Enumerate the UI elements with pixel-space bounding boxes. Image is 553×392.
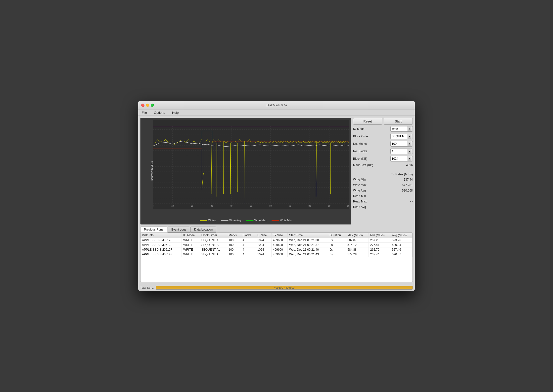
read-avg-label: Read Avg	[353, 205, 366, 209]
table-row: APPLE SSD SM0512FWRITESEQUENTIAL10041024…	[140, 243, 413, 247]
block-kb-row: Block (KB) 1024 ▼	[353, 156, 413, 161]
main-content: Bandwidth MB/s	[138, 116, 415, 227]
no-blocks-row: No. Blocks 4 ▼	[353, 149, 413, 154]
tabs: Previous Runs Event Logs Data Location	[140, 227, 413, 233]
svg-text:60: 60	[269, 205, 272, 207]
io-mode-arrow[interactable]: ▼	[408, 126, 412, 131]
col-min-mbs: Min (MB/s)	[369, 233, 390, 238]
read-max-value: - -	[410, 200, 413, 203]
write-min-row: Write Min 237.44	[353, 178, 413, 182]
svg-text:0: 0	[153, 205, 154, 207]
title-bar: jDiskMark 0.4e	[138, 101, 415, 110]
progress-label: Total Tx (...	[140, 286, 154, 289]
table-row: APPLE SSD SM0512FWRITESEQUENTIAL10041024…	[140, 238, 413, 243]
write-max-label: Write Max	[353, 183, 367, 187]
table-header-row: Disk Info IO Mode Block Order Marks Bloc…	[140, 233, 413, 238]
col-io-mode: IO Mode	[182, 233, 200, 238]
write-max-row: Write Max 577.281	[353, 183, 413, 187]
results-table: Disk Info IO Mode Block Order Marks Bloc…	[140, 233, 413, 257]
right-panel: Reset Start IO Mode write ▼ Block Order …	[353, 118, 413, 225]
block-order-select[interactable]: SEQUEN... ▼	[390, 134, 413, 139]
write-avg-label: Write Avg	[353, 189, 366, 192]
reset-button[interactable]: Reset	[353, 118, 382, 125]
write-avg-value: 520.568	[402, 189, 413, 192]
read-max-label: Read Max	[353, 200, 367, 203]
legend-writes: Writes	[200, 219, 216, 222]
svg-text:70: 70	[289, 205, 291, 207]
no-marks-arrow[interactable]: ▼	[408, 141, 412, 146]
window-title: jDiskMark 0.4e	[266, 103, 287, 107]
close-button[interactable]	[141, 104, 144, 107]
col-start-time: Start Time	[287, 233, 328, 238]
svg-text:80: 80	[309, 205, 311, 207]
chart-area: Bandwidth MB/s	[140, 118, 351, 225]
read-min-label: Read Min	[353, 194, 366, 198]
menu-help[interactable]: Help	[171, 110, 180, 115]
read-avg-value: - -	[410, 205, 413, 209]
write-min-value: 237.44	[404, 178, 413, 181]
block-kb-arrow[interactable]: ▼	[408, 156, 412, 161]
tab-event-logs[interactable]: Event Logs	[168, 227, 190, 233]
table-row: APPLE SSD SM0512FWRITESEQUENTIAL10041024…	[140, 252, 413, 257]
mark-size-label: Mark Size (KB)	[353, 163, 406, 167]
menu-file[interactable]: File	[140, 110, 148, 115]
tab-previous-runs[interactable]: Previous Runs	[140, 227, 167, 233]
mark-size-row: Mark Size (KB) 4096	[353, 163, 413, 167]
bottom-area: Previous Runs Event Logs Data Location D…	[138, 227, 415, 284]
progress-bar-container: Total Tx (... 409600 / 409600	[138, 284, 415, 291]
legend-write-max: Write Max	[246, 219, 267, 222]
start-button[interactable]: Start	[384, 118, 413, 125]
svg-text:50: 50	[250, 205, 252, 207]
write-min-label: Write Min	[353, 178, 366, 181]
col-max-mbs: Max (MB/s)	[346, 233, 369, 238]
col-disk-info: Disk Info	[140, 233, 182, 238]
table-row: APPLE SSD SM0512FWRITESEQUENTIAL10041024…	[140, 247, 413, 252]
svg-text:20: 20	[191, 205, 193, 207]
progress-text: 409600 / 409600	[274, 286, 295, 289]
app-window: jDiskMark 0.4e File Options Help Bandwid…	[138, 101, 415, 291]
button-row: Reset Start	[353, 118, 413, 125]
write-avg-row: Write Avg 520.568	[353, 189, 413, 193]
io-mode-select[interactable]: write ▼	[390, 126, 413, 132]
col-blocks: Blocks	[241, 233, 256, 238]
svg-text:30: 30	[211, 205, 213, 207]
traffic-lights	[141, 104, 154, 107]
menu-options[interactable]: Options	[152, 110, 167, 115]
divider-1	[353, 170, 413, 170]
read-avg-row: Read Avg - -	[353, 205, 413, 209]
io-mode-row: IO Mode write ▼	[353, 126, 413, 132]
chart-legend: Writes Write Avg Write Max Write Min	[200, 219, 291, 222]
no-marks-label: No. Marks	[353, 142, 390, 146]
no-blocks-arrow[interactable]: ▼	[408, 149, 412, 154]
no-marks-row: No. Marks 100 ▼	[353, 141, 413, 147]
no-blocks-label: No. Blocks	[353, 150, 390, 153]
legend-write-min: Write Min	[272, 219, 291, 222]
legend-write-avg: Write Avg	[221, 219, 241, 222]
block-order-arrow[interactable]: ▼	[408, 134, 412, 139]
table-body: APPLE SSD SM0512FWRITESEQUENTIAL10041024…	[140, 238, 413, 257]
tab-data-location[interactable]: Data Location	[190, 227, 216, 233]
svg-text:100: 100	[347, 205, 349, 207]
col-block-order: Block Order	[200, 233, 227, 238]
chart-plot: 225 250 275 300 325 350 375 400 425 450 …	[153, 120, 349, 209]
col-tx-size: Tx Size	[271, 233, 287, 238]
col-marks: Marks	[227, 233, 241, 238]
tx-rates-title: Tx Rates (MB/s)	[353, 173, 413, 176]
block-kb-select[interactable]: 1024 ▼	[390, 156, 413, 161]
block-order-label: Block Order	[353, 135, 390, 138]
col-b-size: B. Size	[256, 233, 271, 238]
read-min-value: - -	[410, 194, 413, 198]
table-container: Disk Info IO Mode Block Order Marks Bloc…	[140, 233, 413, 282]
no-marks-select[interactable]: 100 ▼	[390, 141, 413, 147]
no-blocks-select[interactable]: 4 ▼	[390, 149, 413, 154]
svg-text:90: 90	[328, 205, 331, 207]
read-min-row: Read Min - -	[353, 194, 413, 198]
svg-text:40: 40	[230, 205, 233, 207]
mark-size-value: 4096	[406, 163, 413, 167]
col-avg-mbs: Avg (MB/s)	[390, 233, 413, 238]
progress-bar-outer: 409600 / 409600	[156, 286, 413, 290]
maximize-button[interactable]	[151, 104, 154, 107]
block-kb-label: Block (KB)	[353, 157, 390, 160]
minimize-button[interactable]	[146, 104, 149, 107]
col-duration: Duration	[328, 233, 346, 238]
